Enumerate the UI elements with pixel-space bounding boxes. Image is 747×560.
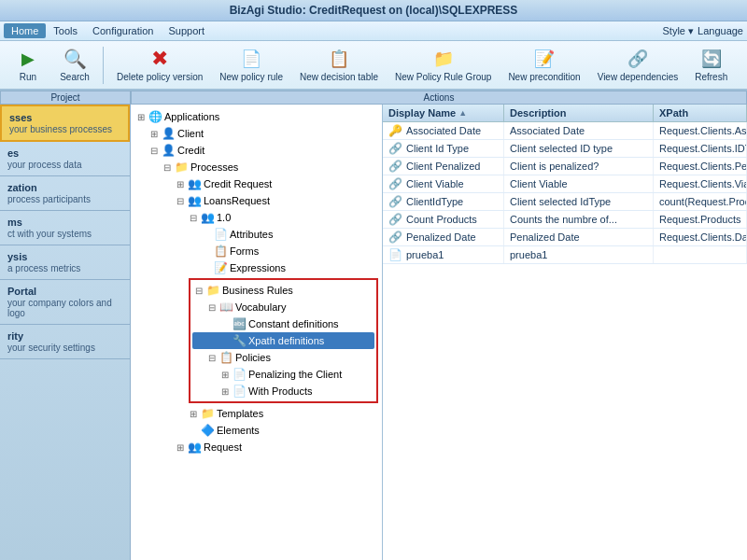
label-credit: Credit [176, 145, 204, 156]
menu-bar: Home Tools Configuration Support Style ▾… [0, 21, 747, 41]
label-elements: Elements [215, 425, 260, 436]
tree-node-penalizing[interactable]: ⊞ 📄 Penalizing the Client [192, 366, 374, 383]
table-row[interactable]: 🔗 Penalized Date Penalized Date Request.… [383, 229, 747, 246]
tree-node-businessrules[interactable]: ⊟ 📁 Business Rules [192, 282, 374, 299]
toggle-withproducts[interactable]: ⊞ [218, 386, 232, 397]
tree-node-expressions[interactable]: · 📝 Expressions [133, 259, 380, 276]
grid-header-displayname[interactable]: Display Name ▲ [383, 105, 504, 121]
tree-node-xpathdefs[interactable]: · 🔧 Xpath definitions [192, 332, 374, 349]
cell-xpath-6: Request.Clients.Dat [654, 229, 747, 245]
new-policy-group-button[interactable]: 📁 New Policy Rule Group [389, 45, 497, 85]
run-button[interactable]: ▶ Run [7, 45, 49, 85]
tree-node-client[interactable]: ⊞ 👤 Client [133, 125, 380, 142]
menu-tools[interactable]: Tools [46, 23, 85, 38]
cell-xpath-5: Request.Products [654, 211, 747, 228]
icon-v10: 👥 [200, 210, 215, 225]
section-project: Project [0, 91, 131, 105]
toggle-policies[interactable]: ⊟ [205, 353, 218, 363]
sidebar-org-title: zation [7, 182, 122, 193]
tree-node-request[interactable]: ⊞ 👥 Request [133, 439, 380, 455]
cell-description-1: Client selected ID type [504, 140, 654, 157]
refresh-button[interactable]: 🔄 Refresh [689, 45, 733, 85]
new-policy-rule-label: New policy rule [219, 72, 283, 82]
tree-node-processes[interactable]: ⊟ 📁 Processes [133, 159, 380, 175]
grid-header-description[interactable]: Description [504, 105, 654, 121]
table-row[interactable]: 🔑 Associated Date Associated Date Reques… [383, 122, 747, 140]
table-row[interactable]: 🔗 Client Id Type Client selected ID type… [383, 140, 747, 158]
icon-templates: 📁 [200, 406, 215, 421]
table-row[interactable]: 🔗 Client Viable Client Viable Request.Cl… [383, 175, 747, 193]
cell-xpath-0: Request.Clients.Ass [654, 122, 747, 139]
tree-node-withproducts[interactable]: ⊞ 📄 With Products [192, 383, 374, 399]
toggle-client[interactable]: ⊞ [148, 129, 161, 139]
grid-header-xpath[interactable]: XPath [654, 105, 747, 121]
tree-node-v10[interactable]: ⊟ 👥 1.0 [133, 209, 380, 226]
tree-node-applications[interactable]: ⊞ 🌐 Applications [133, 108, 380, 125]
displayname-label: Display Name [388, 107, 456, 119]
table-row[interactable]: 📄 prueba1 prueba1 [383, 246, 747, 264]
tree-node-templates[interactable]: ⊞ 📁 Templates [133, 405, 380, 422]
table-row[interactable]: 🔗 Count Products Counts the numbre of...… [383, 211, 747, 229]
label-businessrules: Business Rules [220, 285, 293, 296]
cell-description-0: Associated Date [504, 122, 654, 139]
menu-style[interactable]: Style ▾ Language [663, 25, 743, 37]
menu-support[interactable]: Support [161, 23, 212, 38]
row-icon-7: 📄 [388, 248, 402, 261]
icon-client: 👤 [161, 126, 176, 141]
view-dependencies-icon: 🔗 [625, 48, 651, 70]
table-row[interactable]: 🔗 ClientIdType Client selected IdType co… [383, 193, 747, 211]
toggle-request[interactable]: ⊞ [174, 442, 187, 453]
search-button[interactable]: 🔍 Search [54, 45, 95, 85]
view-dependencies-button[interactable]: 🔗 View dependencies [592, 45, 684, 85]
icon-xpathdefs: 🔧 [232, 333, 247, 348]
tree-node-vocabulary[interactable]: ⊟ 📖 Vocabulary [192, 299, 374, 315]
sidebar-item-data[interactable]: es your process data [0, 142, 130, 176]
delete-button[interactable]: ✖ Delete policy version [111, 45, 208, 85]
tree-node-elements[interactable]: · 🔷 Elements [133, 422, 380, 439]
icon-attributes: 📄 [213, 227, 228, 242]
tree-node-loansrequest[interactable]: ⊟ 👥 LoansRequest [133, 192, 380, 209]
cell-description-5: Counts the numbre of... [504, 211, 654, 228]
displayname-value-2: Client Penalized [406, 161, 481, 172]
toolbar: ▶ Run 🔍 Search ✖ Delete policy version 📄… [0, 41, 747, 91]
toggle-v10[interactable]: ⊟ [187, 213, 200, 223]
sidebar-item-organization[interactable]: zation process participants [0, 176, 130, 211]
cell-displayname-0: 🔑 Associated Date [383, 122, 504, 139]
sidebar-item-processes[interactable]: sses your business processes [0, 105, 130, 142]
tree-panel: ⊞ 🌐 Applications ⊞ 👤 Client ⊟ 👤 Credit ⊟… [131, 105, 383, 560]
toggle-processes[interactable]: ⊟ [161, 162, 174, 173]
toggle-loansrequest[interactable]: ⊟ [174, 196, 187, 206]
new-policy-rule-button[interactable]: 📄 New policy rule [214, 45, 289, 85]
toggle-businessrules[interactable]: ⊟ [192, 286, 205, 296]
sidebar-item-portal[interactable]: Portal your company colors and logo [0, 280, 130, 325]
tree-node-forms[interactable]: · 📋 Forms [133, 243, 380, 259]
sidebar-security-sub: your security settings [7, 343, 122, 353]
cell-description-3: Client Viable [504, 175, 654, 192]
tree-node-attributes[interactable]: · 📄 Attributes [133, 226, 380, 243]
toggle-applications[interactable]: ⊞ [134, 112, 148, 122]
tree-node-constantdefs[interactable]: · 🔤 Constant definitions [192, 315, 374, 332]
toggle-creditrequest[interactable]: ⊞ [174, 179, 187, 189]
cell-displayname-2: 🔗 Client Penalized [383, 158, 504, 175]
toggle-penalizing[interactable]: ⊞ [218, 370, 232, 380]
sidebar-item-systems[interactable]: ms ct with your systems [0, 211, 130, 245]
menu-configuration[interactable]: Configuration [85, 23, 161, 38]
tree-node-creditrequest[interactable]: ⊞ 👥 Credit Request [133, 175, 380, 192]
new-decision-table-button[interactable]: 📋 New decision table [294, 45, 384, 85]
sidebar-item-security[interactable]: rity your security settings [0, 325, 130, 359]
toggle-vocabulary[interactable]: ⊟ [205, 302, 218, 313]
cell-displayname-6: 🔗 Penalized Date [383, 229, 504, 245]
sidebar-data-title: es [7, 147, 122, 159]
icon-policies: 📋 [218, 350, 233, 365]
menu-home[interactable]: Home [4, 23, 46, 38]
toggle-templates[interactable]: ⊞ [187, 409, 200, 419]
toggle-credit[interactable]: ⊟ [148, 146, 161, 156]
sidebar-item-analysis[interactable]: ysis a process metrics [0, 245, 130, 280]
table-row[interactable]: 🔗 Client Penalized Client is penalized? … [383, 158, 747, 175]
tree-node-policies[interactable]: ⊟ 📋 Policies [192, 349, 374, 366]
new-decision-table-icon: 📋 [326, 48, 352, 70]
new-precondition-button[interactable]: 📝 New precondition [502, 45, 585, 85]
sidebar-analysis-sub: a process metrics [7, 263, 122, 273]
row-icon-6: 🔗 [388, 231, 402, 244]
tree-node-credit[interactable]: ⊟ 👤 Credit [133, 142, 380, 159]
